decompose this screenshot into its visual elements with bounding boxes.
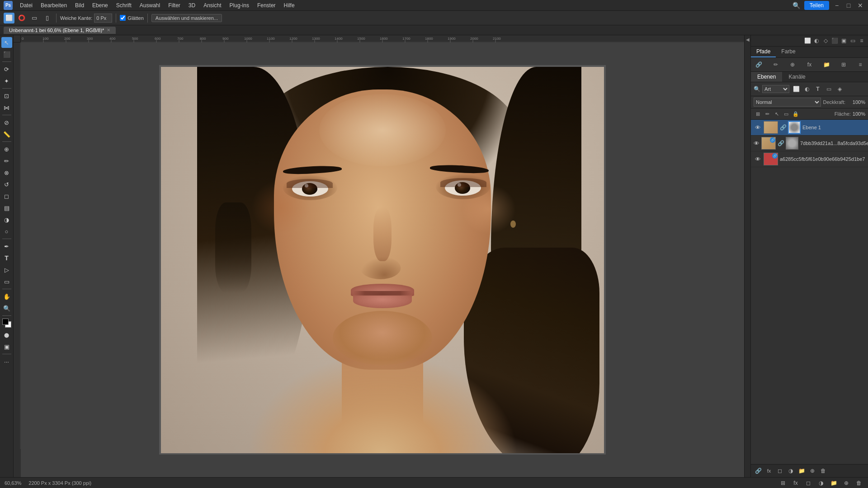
- tool-move[interactable]: ↖: [1, 37, 12, 48]
- tool-eyedropper[interactable]: ⊘: [1, 117, 12, 128]
- menu-ebene[interactable]: Ebene: [89, 1, 112, 9]
- layer-icon-settings[interactable]: ≡: [855, 60, 865, 70]
- canvas[interactable]: [21, 42, 744, 477]
- tool-gradient[interactable]: ▤: [1, 202, 12, 213]
- panel-icon-paths[interactable]: ⬜: [803, 36, 812, 45]
- lock-draw-icon[interactable]: ✏: [763, 110, 771, 118]
- menu-auswahl[interactable]: Auswahl: [136, 1, 164, 9]
- layer-item-ebene1[interactable]: 👁 🔗 Ebene 1: [751, 120, 868, 136]
- status-icon-1[interactable]: ⊞: [778, 479, 788, 488]
- menu-datei[interactable]: Datei: [16, 1, 36, 9]
- blend-mode-select[interactable]: Normal: [754, 98, 821, 107]
- layer-filter-type[interactable]: Art: [762, 85, 789, 93]
- layer-vis-ebene1[interactable]: 👁: [754, 123, 762, 131]
- layer-item-3[interactable]: 👁 🔗 a6285cc5fb5f61e0b90e66b9425d1be7: [751, 151, 868, 167]
- panel-icon-stroke[interactable]: ◇: [821, 36, 830, 45]
- tool-ruler[interactable]: 📏: [1, 129, 12, 140]
- tab-farbe[interactable]: Farbe: [776, 47, 801, 57]
- weiche-kante-input[interactable]: [94, 14, 112, 23]
- tool-stamp[interactable]: ⊗: [1, 167, 12, 178]
- panel-btn-fx[interactable]: fx: [764, 466, 774, 475]
- status-icon-6[interactable]: ⊕: [842, 479, 851, 488]
- tool-history[interactable]: ↺: [1, 179, 12, 190]
- tool-magic-wand[interactable]: ✦: [1, 75, 12, 86]
- tab-kanaele[interactable]: Kanäle: [782, 72, 811, 82]
- share-button[interactable]: Teilen: [804, 1, 829, 10]
- status-icon-4[interactable]: ◑: [816, 479, 826, 488]
- panel-collapse-handle[interactable]: ◀: [744, 35, 750, 477]
- lock-artboard-icon[interactable]: ▭: [782, 110, 790, 118]
- tool-lasso[interactable]: ⟳: [1, 64, 12, 75]
- layer-icon-folder[interactable]: 📁: [821, 60, 831, 70]
- auswaehlen-button[interactable]: Auswählen und maskieren...: [151, 14, 222, 22]
- tab-close-icon[interactable]: ✕: [107, 28, 110, 33]
- tool-crop[interactable]: ⊡: [1, 90, 12, 101]
- document-tab[interactable]: Unbenannt-1 bei 60,6% (Ebene 1, RGB/8)* …: [4, 27, 116, 34]
- filter-icon-type[interactable]: T: [813, 84, 823, 94]
- tool-zoom[interactable]: 🔍: [1, 303, 12, 314]
- tool-single-col[interactable]: ▯: [42, 13, 52, 23]
- lock-icon[interactable]: 🔒: [792, 110, 800, 118]
- tool-slice[interactable]: ⋈: [1, 102, 12, 113]
- tool-pen[interactable]: ✒: [1, 241, 12, 252]
- tool-path-selection[interactable]: ▷: [1, 264, 12, 275]
- status-icon-7[interactable]: 🗑: [854, 479, 863, 488]
- status-icon-2[interactable]: fx: [791, 479, 800, 488]
- tool-hand[interactable]: ✋: [1, 291, 12, 302]
- layer-icon-fx[interactable]: fx: [805, 60, 815, 70]
- window-close-icon[interactable]: ✕: [856, 1, 864, 9]
- panel-btn-group[interactable]: 📁: [797, 466, 806, 475]
- tab-ebenen[interactable]: Ebenen: [751, 72, 782, 82]
- menu-hilfe[interactable]: Hilfe: [280, 1, 298, 9]
- tool-shape[interactable]: ▭: [1, 276, 12, 287]
- menu-ansicht[interactable]: Ansicht: [200, 1, 225, 9]
- panel-btn-mask[interactable]: ◻: [775, 466, 784, 475]
- menu-fenster[interactable]: Fenster: [254, 1, 279, 9]
- layer-icon-add-mask[interactable]: ⊕: [788, 60, 797, 70]
- tool-healing[interactable]: ⊕: [1, 144, 12, 155]
- tool-quick-mask[interactable]: ⬤: [1, 329, 12, 340]
- status-icon-5[interactable]: 📁: [829, 479, 838, 488]
- tool-rect-marquee[interactable]: ⬜: [4, 13, 14, 23]
- lock-all-icon[interactable]: ⊞: [754, 110, 762, 118]
- window-minimize-icon[interactable]: −: [833, 1, 841, 9]
- glaetten-checkbox[interactable]: Glätten: [120, 15, 143, 21]
- tool-eraser[interactable]: ◻: [1, 191, 12, 202]
- tool-screen-mode[interactable]: ▣: [1, 341, 12, 352]
- background-swatch[interactable]: [2, 319, 9, 325]
- tool-brush[interactable]: ✏: [1, 155, 12, 166]
- menu-plugins[interactable]: Plug-ins: [226, 1, 253, 9]
- panel-icon-shape2[interactable]: ▣: [839, 36, 848, 45]
- tool-dodge[interactable]: ○: [1, 226, 12, 237]
- status-icon-3[interactable]: ◻: [804, 479, 813, 488]
- tool-blur[interactable]: ◑: [1, 214, 12, 225]
- menu-bearbeiten[interactable]: Bearbeiten: [37, 1, 71, 9]
- menu-filter[interactable]: Filter: [165, 1, 184, 9]
- panel-btn-new[interactable]: ⊕: [808, 466, 817, 475]
- menu-bild[interactable]: Bild: [71, 1, 88, 9]
- layer-vis-3[interactable]: 👁: [754, 155, 762, 163]
- filter-icon-smart[interactable]: ◈: [835, 84, 844, 94]
- panel-icon-fill[interactable]: ◐: [812, 36, 821, 45]
- filter-icon-adjust[interactable]: ◐: [802, 84, 812, 94]
- panel-btn-adjustment[interactable]: ◑: [786, 466, 795, 475]
- panel-btn-delete[interactable]: 🗑: [819, 466, 828, 475]
- panel-btn-link[interactable]: 🔗: [754, 466, 763, 475]
- menu-3d[interactable]: 3D: [185, 1, 199, 9]
- lock-move-icon[interactable]: ↖: [773, 110, 781, 118]
- panel-icon-shape1[interactable]: ⬛: [830, 36, 839, 45]
- layer-icon-link[interactable]: 🔗: [754, 60, 764, 70]
- tool-more[interactable]: ···: [1, 356, 12, 367]
- panel-icon-shape3[interactable]: ▭: [848, 36, 857, 45]
- tool-artboard[interactable]: ⬛: [1, 49, 12, 60]
- window-maximize-icon[interactable]: □: [844, 1, 853, 9]
- menu-schrift[interactable]: Schrift: [113, 1, 135, 9]
- layer-icon-brush[interactable]: ✏: [771, 60, 781, 70]
- tab-pfade[interactable]: Pfade: [751, 47, 776, 57]
- layer-item-2[interactable]: 👁 🔗 🔗 7dbb39dd21a1...8a5fcda93d5e72: [751, 136, 868, 151]
- layer-icon-grid[interactable]: ⊞: [839, 60, 849, 70]
- panel-icon-more[interactable]: ≡: [857, 36, 866, 45]
- tool-ellipse-marquee[interactable]: ⭕: [16, 13, 27, 23]
- filter-icon-pixel[interactable]: ⬜: [791, 84, 801, 94]
- filter-icon-shape[interactable]: ▭: [824, 84, 834, 94]
